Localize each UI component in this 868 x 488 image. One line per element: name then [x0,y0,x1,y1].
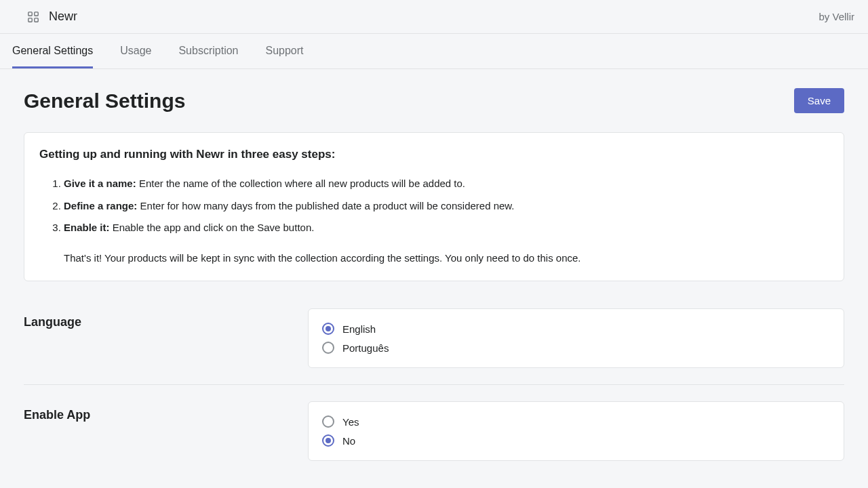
intro-outro: That's it! Your products will be kept in… [39,251,829,266]
radio-language-english[interactable]: English [322,323,830,335]
svg-rect-0 [28,12,32,15]
radio-icon [322,342,334,354]
step-text: Enable the app and click on the Save but… [110,222,315,233]
intro-card: Getting up and running with Newr in thre… [24,132,844,281]
radio-label: No [342,435,355,447]
step-text: Enter for how many days from the publish… [137,200,514,211]
step-label: Enable it: [64,222,110,233]
page-header: General Settings Save [24,88,844,113]
tab-general-settings[interactable]: General Settings [12,34,93,68]
intro-step: Enable it: Enable the app and click on t… [64,220,829,236]
section-enable-app: Enable App Yes No [24,401,844,477]
app-grid-icon [27,11,39,23]
save-button[interactable]: Save [794,88,844,113]
intro-title: Getting up and running with Newr in thre… [39,148,829,161]
section-language: Language English Português [24,308,844,385]
intro-step: Define a range: Enter for how many days … [64,199,829,214]
tab-usage[interactable]: Usage [120,34,151,68]
radio-label: Português [342,342,389,354]
step-label: Give it a name: [64,178,136,189]
section-enable-title: Enable App [24,401,292,461]
radio-icon [322,434,334,447]
header: Newr by Vellir [0,0,868,33]
section-enable-card: Yes No [308,401,844,461]
step-text: Enter the name of the collection where a… [136,178,465,189]
radio-icon [322,415,334,428]
radio-icon [322,323,334,335]
intro-steps: Give it a name: Enter the name of the co… [39,176,829,236]
header-left: Newr [27,9,77,24]
radio-language-portugues[interactable]: Português [322,342,830,354]
intro-step: Give it a name: Enter the name of the co… [64,176,829,192]
svg-rect-1 [35,12,38,15]
section-language-card: English Português [308,308,844,368]
radio-label: Yes [342,416,359,428]
content: General Settings Save Getting up and run… [0,69,868,477]
radio-enable-yes[interactable]: Yes [322,415,830,428]
tab-support[interactable]: Support [265,34,303,68]
tab-subscription[interactable]: Subscription [178,34,238,68]
app-byline: by Vellir [818,11,854,22]
page-title: General Settings [24,89,185,113]
svg-rect-3 [35,18,38,21]
radio-label: English [342,323,376,335]
section-language-title: Language [24,308,292,368]
svg-rect-2 [28,18,32,21]
app-title: Newr [49,9,77,24]
step-label: Define a range: [64,200,137,211]
radio-enable-no[interactable]: No [322,434,830,447]
tabs: General Settings Usage Subscription Supp… [0,33,868,69]
